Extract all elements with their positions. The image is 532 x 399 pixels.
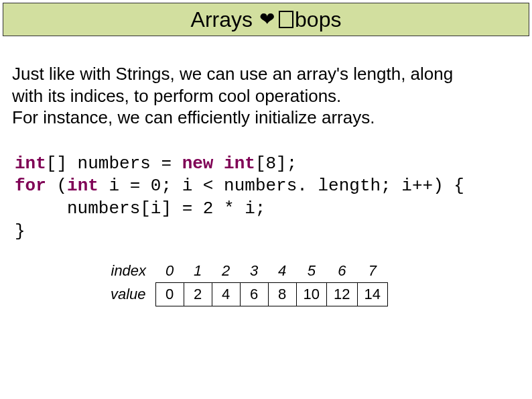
slide-title-bar: Arrays ❤ bops — [3, 3, 529, 36]
index-cell: 1 — [184, 260, 212, 283]
heart-icon: ❤ — [259, 10, 275, 29]
code-text: [8]; — [255, 154, 297, 174]
code-text: ( — [46, 176, 67, 196]
index-cell: 5 — [296, 260, 326, 283]
value-cell: 12 — [327, 282, 357, 306]
code-block: int[] numbers = new int[8]; for (int i =… — [0, 129, 532, 243]
code-text: [] numbers = — [46, 154, 182, 174]
value-cell: 6 — [240, 282, 268, 306]
value-cell: 0 — [155, 282, 184, 306]
index-cell: 7 — [357, 260, 387, 283]
code-text: i = 0; i < numbers. length; i++) { — [98, 176, 464, 196]
value-cell: 2 — [184, 282, 212, 306]
index-cell: 6 — [327, 260, 357, 283]
code-text: } — [15, 221, 25, 241]
index-label: index — [104, 260, 155, 283]
code-keyword: new — [182, 154, 214, 174]
value-label: value — [104, 282, 155, 306]
value-cell: 4 — [212, 282, 240, 306]
code-keyword: int — [15, 154, 46, 174]
index-cell: 3 — [240, 260, 268, 283]
index-cell: 2 — [212, 260, 240, 283]
title-word-arrays: Arrays — [191, 7, 253, 32]
value-row: value 0 2 4 6 8 10 12 14 — [104, 282, 388, 306]
title-word-loops: bops — [295, 7, 341, 32]
paragraph-line: with its indices, to perform cool operat… — [12, 85, 520, 107]
code-keyword: for — [15, 176, 46, 196]
paragraph-line: For instance, we can efficiently initial… — [12, 107, 520, 129]
code-keyword: int — [213, 154, 255, 174]
value-cell: 10 — [296, 282, 326, 306]
array-table: index 0 1 2 3 4 5 6 7 value 0 2 4 6 8 10… — [0, 243, 532, 306]
body-paragraph: Just like with Strings, we can use an ar… — [0, 36, 532, 129]
missing-glyph-icon — [279, 11, 293, 28]
index-cell: 0 — [155, 260, 184, 283]
value-cell: 14 — [357, 282, 387, 306]
code-text: numbers[i] = 2 * i; — [15, 198, 265, 219]
index-cell: 4 — [268, 260, 296, 283]
index-row: index 0 1 2 3 4 5 6 7 — [104, 260, 388, 283]
paragraph-line: Just like with Strings, we can use an ar… — [12, 63, 520, 85]
value-cell: 8 — [268, 282, 296, 306]
code-keyword: int — [67, 176, 98, 196]
